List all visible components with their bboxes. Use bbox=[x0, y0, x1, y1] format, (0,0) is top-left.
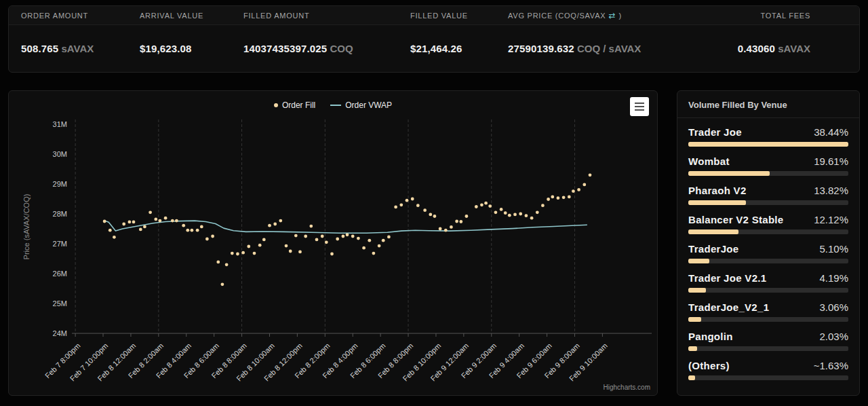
order-fill-point[interactable] bbox=[285, 244, 288, 248]
order-fill-point[interactable] bbox=[589, 173, 592, 177]
order-fill-point[interactable] bbox=[372, 252, 376, 255]
order-fill-point[interactable] bbox=[541, 204, 545, 207]
order-fill-point[interactable] bbox=[368, 239, 371, 242]
chart-context-menu-button[interactable] bbox=[630, 97, 649, 116]
order-fill-point[interactable] bbox=[273, 223, 277, 226]
order-fill-point[interactable] bbox=[508, 214, 511, 217]
order-fill-point[interactable] bbox=[216, 261, 220, 264]
swap-direction-icon[interactable]: ⇄ bbox=[606, 11, 618, 20]
order-fill-point[interactable] bbox=[433, 215, 437, 218]
order-fill-point[interactable] bbox=[562, 196, 566, 199]
order-fill-point[interactable] bbox=[362, 246, 366, 250]
order-fill-point[interactable] bbox=[241, 251, 245, 255]
stats-values-row: 508.765 sAVAX$19,623.0814037435397.025 C… bbox=[9, 25, 859, 72]
order-fill-point[interactable] bbox=[191, 229, 194, 232]
order-fill-point[interactable] bbox=[444, 229, 448, 232]
legend-item-order-fill[interactable]: Order Fill bbox=[274, 100, 315, 110]
order-fill-point[interactable] bbox=[108, 229, 112, 232]
order-fill-point[interactable] bbox=[221, 282, 224, 286]
order-fill-point[interactable] bbox=[411, 198, 414, 201]
order-fill-point[interactable] bbox=[211, 235, 214, 238]
order-fill-point[interactable] bbox=[225, 263, 229, 266]
order-fill-point[interactable] bbox=[171, 219, 174, 223]
order-fill-point[interactable] bbox=[530, 217, 534, 220]
order-fill-point[interactable] bbox=[325, 240, 328, 244]
order-fill-point[interactable] bbox=[459, 220, 462, 223]
order-fill-point[interactable] bbox=[551, 196, 554, 199]
order-fill-point[interactable] bbox=[103, 220, 106, 223]
order-fill-point[interactable] bbox=[315, 238, 319, 242]
order-fill-point[interactable] bbox=[231, 252, 234, 255]
order-fill-point[interactable] bbox=[583, 183, 586, 187]
order-fill-point[interactable] bbox=[450, 225, 453, 229]
order-fill-point[interactable] bbox=[382, 239, 385, 242]
order-fill-point[interactable] bbox=[577, 188, 580, 191]
order-fill-point[interactable] bbox=[387, 236, 391, 239]
order-fill-point[interactable] bbox=[321, 235, 324, 238]
order-fill-point[interactable] bbox=[247, 245, 250, 248]
order-fill-point[interactable] bbox=[298, 251, 302, 254]
order-fill-point[interactable] bbox=[279, 219, 282, 223]
order-fill-point[interactable] bbox=[342, 235, 345, 238]
order-fill-point[interactable] bbox=[399, 203, 403, 206]
order-fill-point[interactable] bbox=[113, 236, 116, 239]
order-fill-point[interactable] bbox=[465, 215, 469, 218]
order-fill-point[interactable] bbox=[336, 238, 339, 241]
order-fill-point[interactable] bbox=[557, 196, 560, 200]
order-fill-point[interactable] bbox=[394, 206, 397, 209]
order-fill-point[interactable] bbox=[268, 224, 271, 227]
order-fill-point[interactable] bbox=[525, 214, 528, 217]
order-fill-point[interactable] bbox=[159, 219, 162, 223]
order-fill-point[interactable] bbox=[200, 225, 203, 229]
order-fill-point[interactable] bbox=[262, 238, 266, 242]
order-fill-point[interactable] bbox=[205, 238, 209, 241]
order-fill-point[interactable] bbox=[164, 217, 167, 220]
order-fill-point[interactable] bbox=[139, 228, 142, 232]
order-fill-point[interactable] bbox=[330, 253, 334, 256]
order-fill-point[interactable] bbox=[439, 227, 442, 231]
highcharts-credits-link[interactable]: Highcharts.com bbox=[604, 384, 650, 391]
order-fill-point[interactable] bbox=[416, 204, 420, 207]
order-fill-point[interactable] bbox=[253, 252, 256, 255]
order-fill-point[interactable] bbox=[182, 224, 185, 227]
order-fill-point[interactable] bbox=[143, 225, 146, 229]
order-fill-point[interactable] bbox=[149, 210, 152, 214]
order-fill-point[interactable] bbox=[568, 196, 571, 199]
order-fill-point[interactable] bbox=[423, 208, 427, 212]
order-fill-point[interactable] bbox=[475, 205, 478, 208]
order-fill-point[interactable] bbox=[513, 213, 517, 217]
order-fill-point[interactable] bbox=[572, 189, 575, 193]
order-fill-point[interactable] bbox=[500, 208, 503, 211]
order-fill-point[interactable] bbox=[429, 213, 432, 217]
order-fill-point[interactable] bbox=[258, 244, 262, 247]
order-fill-point[interactable] bbox=[132, 221, 136, 224]
order-fill-point[interactable] bbox=[128, 221, 132, 224]
order-fill-point[interactable] bbox=[488, 204, 492, 208]
order-fill-point[interactable] bbox=[154, 218, 157, 221]
order-fill-point[interactable] bbox=[294, 234, 298, 238]
order-fill-point[interactable] bbox=[289, 250, 292, 253]
order-fill-point[interactable] bbox=[122, 223, 125, 226]
order-fill-point[interactable] bbox=[309, 225, 313, 228]
order-fill-point[interactable] bbox=[504, 211, 507, 215]
order-fill-point[interactable] bbox=[351, 235, 355, 238]
order-fill-point[interactable] bbox=[196, 229, 199, 232]
order-fill-point[interactable] bbox=[519, 213, 522, 216]
order-fill-point[interactable] bbox=[186, 229, 189, 232]
order-fill-point[interactable] bbox=[406, 199, 409, 202]
order-fill-point[interactable] bbox=[304, 235, 307, 238]
order-fill-point[interactable] bbox=[547, 198, 550, 201]
order-fill-point[interactable] bbox=[346, 233, 349, 236]
order-fill-point[interactable] bbox=[536, 210, 539, 214]
legend-item-order-vwap[interactable]: Order VWAP bbox=[330, 100, 392, 110]
order-fill-point[interactable] bbox=[480, 203, 484, 206]
order-fill-point[interactable] bbox=[357, 237, 360, 240]
order-fill-point[interactable] bbox=[236, 253, 239, 256]
order-fill-chart[interactable]: 24M25M26M27M28M29M30M31MPrice (sAVAX/COQ… bbox=[9, 91, 657, 395]
order-fill-point[interactable] bbox=[494, 210, 498, 214]
order-fill-point[interactable] bbox=[455, 220, 458, 223]
order-fill-point[interactable] bbox=[175, 219, 178, 223]
order-fill-point[interactable] bbox=[484, 202, 488, 205]
order-vwap-line[interactable] bbox=[104, 221, 587, 233]
order-fill-point[interactable] bbox=[378, 244, 381, 248]
